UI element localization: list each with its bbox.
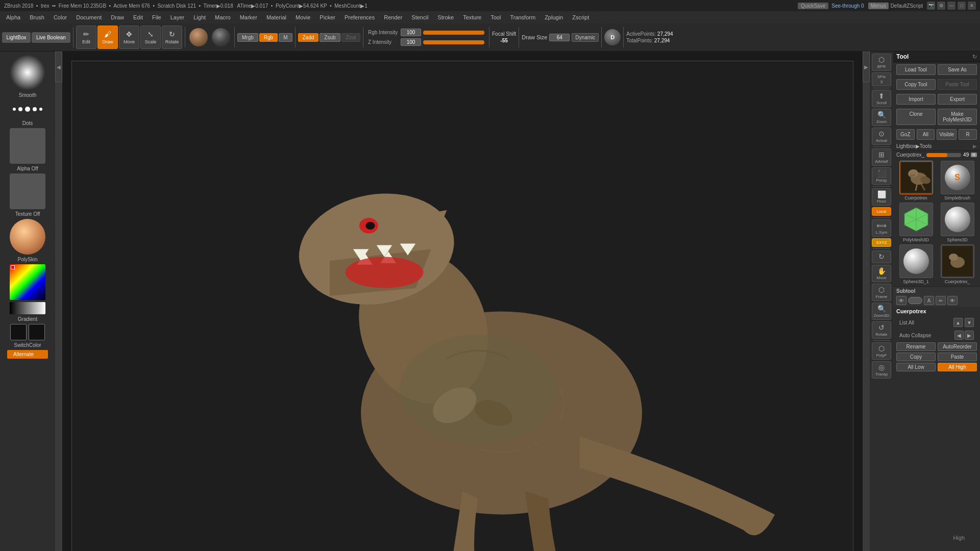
aahalf-button[interactable]: ⊞ AAHalf xyxy=(872,148,891,166)
frame-button[interactable]: ⬡ Frame xyxy=(872,284,891,301)
menu-preferences[interactable]: Preferences xyxy=(340,13,379,21)
menu-alpha[interactable]: Alpha xyxy=(2,13,24,21)
transp-button[interactable]: ◎ Transp xyxy=(872,361,891,379)
rotate-3d-button[interactable]: ↺ Rotate xyxy=(872,321,891,339)
right-edge-arrow[interactable]: ▶ xyxy=(863,52,870,82)
subtool-toggle[interactable] xyxy=(908,297,922,304)
menu-stroke[interactable]: Stroke xyxy=(433,13,458,21)
visible-button[interactable]: Visible xyxy=(937,129,957,140)
quick-save-button[interactable]: QuickSave xyxy=(798,3,828,9)
tool-panel-refresh-icon[interactable]: ↻ xyxy=(972,54,977,60)
color-picker[interactable] xyxy=(10,264,45,300)
subtool-a-button[interactable]: A xyxy=(924,296,934,305)
dots-preview[interactable] xyxy=(10,100,45,118)
subtool-eye2-button[interactable]: 👁 xyxy=(947,296,958,305)
clone-button[interactable]: Clone xyxy=(896,109,936,125)
menu-draw[interactable]: Draw xyxy=(107,13,128,21)
lightbox-button[interactable]: LightBox xyxy=(2,32,31,43)
zoom-button[interactable]: 🔍 Zoom xyxy=(872,109,891,126)
move-vp-button[interactable]: ✋ Move xyxy=(872,265,891,282)
menu-tool[interactable]: Tool xyxy=(486,13,505,21)
menu-stencil[interactable]: Stencil xyxy=(407,13,432,21)
menu-layer[interactable]: Layer xyxy=(166,13,189,21)
menu-document[interactable]: Document xyxy=(72,13,106,21)
ac-arrow-right[interactable]: ▶ xyxy=(965,331,974,340)
simplebrush-thumb[interactable]: S SimpleBrush xyxy=(938,161,977,201)
polymesh3d-thumb[interactable]: PolyMesh3D xyxy=(896,203,936,242)
all-low-button[interactable]: All Low xyxy=(896,363,936,371)
material-sphere[interactable] xyxy=(189,28,208,46)
close-icon[interactable]: ✕ xyxy=(968,2,976,10)
sxyz-button[interactable]: SXYZ xyxy=(872,238,891,247)
subtool-eye-button[interactable]: 👁 xyxy=(896,296,906,305)
bpr-button[interactable]: ⬡ BPR xyxy=(872,54,891,71)
spix-button[interactable]: SPix 3 xyxy=(872,72,891,86)
cuerpotrex2-thumb[interactable]: Cuerpotrex_ xyxy=(938,244,977,284)
z-intensity-slider[interactable] xyxy=(423,40,484,44)
camera-icon[interactable]: 📷 xyxy=(927,2,935,10)
see-through-control[interactable]: See-through 0 xyxy=(831,3,864,9)
draw-size-value[interactable]: 64 xyxy=(549,34,570,41)
all-high-button[interactable]: All High xyxy=(938,363,977,371)
copy-tool-button[interactable]: Copy Tool xyxy=(896,79,936,90)
rgb-button[interactable]: Rgb xyxy=(259,33,278,42)
left-edge-arrow[interactable]: ◀ xyxy=(55,52,62,82)
zsub-button[interactable]: Zsub xyxy=(320,33,340,42)
d-circle[interactable]: D xyxy=(604,29,621,45)
save-as-button[interactable]: Save As xyxy=(938,64,977,75)
r-button[interactable]: R xyxy=(959,129,977,140)
rename-button[interactable]: Rename xyxy=(896,342,936,351)
list-arrow-down[interactable]: ▼ xyxy=(965,318,974,327)
scroll-button[interactable]: ⬆ Scroll xyxy=(872,90,891,107)
load-tool-button[interactable]: Load Tool xyxy=(896,64,936,75)
focal-shift-value[interactable]: -55 xyxy=(500,38,507,43)
scale-button[interactable]: ⤡ Scale xyxy=(140,26,161,49)
menu-file[interactable]: File xyxy=(148,13,165,21)
z-intensity-value[interactable]: 100 xyxy=(401,38,421,46)
export-button[interactable]: Export xyxy=(938,94,977,105)
live-boolean-button[interactable]: Live Boolean xyxy=(32,32,70,43)
lightbox-tools-section[interactable]: Lightbox▶Tools ▶ xyxy=(893,142,980,151)
zoom3d-button[interactable]: 🔍 Zoom3D xyxy=(872,303,891,320)
cuerpotrex-slider[interactable] xyxy=(926,153,961,157)
menu-material[interactable]: Material xyxy=(262,13,290,21)
actual-button[interactable]: ⊙ Actual xyxy=(872,128,891,145)
sphere3d-thumb[interactable]: Sphere3D xyxy=(938,203,977,242)
brush-circle[interactable] xyxy=(212,28,230,46)
menu-marker[interactable]: Marker xyxy=(236,13,261,21)
alpha-preview[interactable] xyxy=(10,128,45,164)
brush-preview[interactable] xyxy=(10,55,45,90)
menu-brush[interactable]: Brush xyxy=(26,13,48,21)
import-button[interactable]: Import xyxy=(896,94,936,105)
edit-button[interactable]: ✏ Edit xyxy=(76,26,96,49)
m-button[interactable]: M xyxy=(279,33,292,42)
settings-icon[interactable]: ⚙ xyxy=(937,2,945,10)
texture-preview[interactable] xyxy=(10,173,45,209)
menu-zplugin[interactable]: Zplugin xyxy=(541,13,567,21)
rotate-vp-button[interactable]: ↻ xyxy=(872,251,891,263)
paste-subtool-button[interactable]: Paste xyxy=(938,353,977,361)
draw-button[interactable]: 🖌 Draw xyxy=(97,26,118,49)
menu-transform[interactable]: Transform xyxy=(506,13,540,21)
ac-arrow-left[interactable]: ◀ xyxy=(954,331,964,340)
zadd-button[interactable]: Zadd xyxy=(298,33,319,42)
menu-macro[interactable]: Macro xyxy=(211,13,235,21)
menus-button[interactable]: Menus xyxy=(868,3,889,9)
gradient-preview[interactable] xyxy=(10,302,45,314)
mrgb-button[interactable]: Mrgb xyxy=(237,33,258,42)
foreground-swatch[interactable] xyxy=(10,324,27,340)
floor-button[interactable]: ⬜ Floor xyxy=(872,188,891,206)
make-polymesh-button[interactable]: Make PolyMesh3D xyxy=(938,109,977,125)
lsym-button[interactable]: ⟺ L.Sym xyxy=(872,219,891,237)
menu-color[interactable]: Color xyxy=(50,13,71,21)
menu-texture[interactable]: Texture xyxy=(459,13,485,21)
list-arrow-up[interactable]: ▲ xyxy=(953,318,963,327)
subtool-edit-button[interactable]: ✏ xyxy=(936,296,946,305)
polyskin-preview[interactable] xyxy=(10,219,45,255)
persp-button[interactable]: ⬛ Persp xyxy=(872,167,891,185)
menu-light[interactable]: Light xyxy=(189,13,210,21)
auto-reorder-button[interactable]: AutoReorder xyxy=(938,342,977,351)
rgb-intensity-slider[interactable] xyxy=(423,31,484,35)
copy-subtool-button[interactable]: Copy xyxy=(896,353,936,361)
move-button[interactable]: ✥ Move xyxy=(119,26,139,49)
